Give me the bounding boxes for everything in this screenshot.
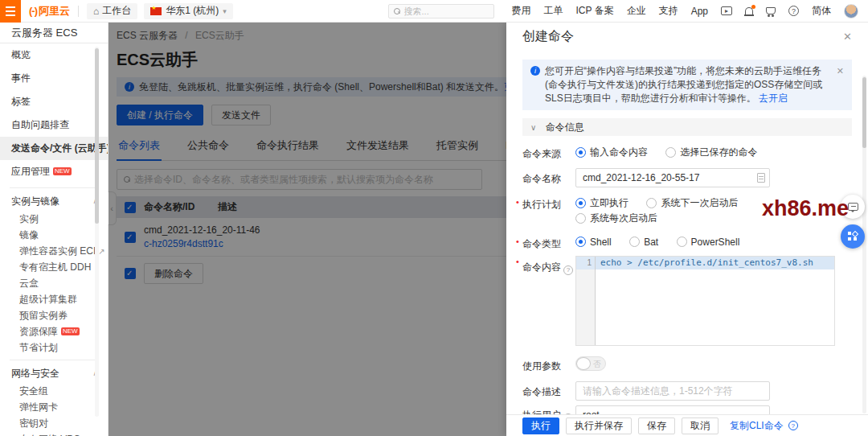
- help-icon[interactable]: ?: [563, 265, 573, 275]
- topbar-link-app[interactable]: App: [691, 6, 708, 17]
- sidebar-group-network[interactable]: 网络与安全 ∧: [0, 364, 108, 383]
- radio-type-powershell[interactable]: PowerShell: [677, 237, 740, 248]
- notification-badge: [751, 5, 755, 9]
- drawer-title: 创建命令: [522, 28, 574, 45]
- save-button[interactable]: 保存: [638, 417, 675, 434]
- command-name-input[interactable]: [575, 168, 770, 187]
- radio-icon: [575, 147, 586, 158]
- label-command-desc: 命令描述: [522, 384, 575, 399]
- label-schedule: 执行计划: [522, 196, 575, 227]
- sidebar-item-eci[interactable]: 弹性容器实例 ECI↗: [0, 243, 108, 259]
- cart-icon[interactable]: [766, 7, 776, 14]
- topbar-link-support[interactable]: 支持: [659, 4, 678, 18]
- sidebar-item-ri[interactable]: 预留实例券: [0, 307, 108, 323]
- sidebar-divider: [10, 360, 98, 360]
- editor-code-line[interactable]: echo > /etc/profile.d/init_centos7_v8.sh: [596, 257, 834, 269]
- run-button[interactable]: 执行: [522, 417, 559, 434]
- sidebar-item-send-command[interactable]: 发送命令/文件 (云助手): [0, 137, 108, 160]
- input-edit-icon[interactable]: [757, 173, 765, 183]
- aliyun-logo-text: 阿里云: [39, 4, 70, 19]
- sidebar-item-troubleshoot[interactable]: 自助问题排查: [0, 113, 108, 137]
- external-link-icon: ↗: [98, 247, 104, 256]
- sidebar-item-cloudbox[interactable]: 云盒: [0, 275, 108, 291]
- watermark: xh86.me: [762, 196, 849, 221]
- sidebar-item-app-manage[interactable]: 应用管理NEW: [0, 160, 108, 183]
- hamburger-menu-icon[interactable]: [0, 0, 21, 23]
- radio-type-shell[interactable]: Shell: [575, 237, 612, 248]
- sidebar-item-security-group[interactable]: 安全组: [0, 383, 108, 399]
- sidebar-divider: [10, 187, 98, 188]
- radio-icon: [646, 198, 657, 208]
- sidebar-item-image[interactable]: 镜像: [0, 227, 108, 243]
- chat-bubble-icon: [848, 203, 858, 211]
- sidebar-item-overview[interactable]: 概览: [0, 43, 108, 67]
- global-search-input[interactable]: [404, 6, 485, 16]
- sidebar-item-instance[interactable]: 实例: [0, 211, 108, 227]
- radio-icon: [575, 198, 586, 208]
- notifications-bell-icon[interactable]: [745, 7, 753, 14]
- help-icon[interactable]: ?: [788, 6, 799, 16]
- radio-schedule-next-boot[interactable]: 系统下一次启动后: [646, 196, 738, 210]
- sidebar-item-vpc[interactable]: 专有网络 VPC↗: [0, 431, 108, 436]
- radio-icon: [629, 237, 640, 247]
- chevron-down-icon: ▾: [223, 7, 227, 15]
- sidebar-group-instance[interactable]: 实例与镜像 ∧: [0, 192, 108, 211]
- topbar-link-billing[interactable]: 费用: [512, 4, 531, 18]
- radio-source-input-content[interactable]: 输入命令内容: [575, 146, 648, 159]
- workbench-button[interactable]: ⌂ 工作台: [87, 3, 137, 19]
- topbar-link-tickets[interactable]: 工单: [544, 4, 563, 18]
- use-params-toggle[interactable]: 否: [575, 356, 606, 371]
- chevron-down-icon: ∨: [530, 123, 536, 132]
- sidebar-title: 云服务器 ECS: [0, 23, 108, 43]
- aliyun-logo[interactable]: (-) 阿里云: [29, 4, 70, 19]
- sidebar-item-keypair[interactable]: 密钥对: [0, 415, 108, 431]
- radio-type-bat[interactable]: Bat: [629, 237, 658, 248]
- enable-delivery-link[interactable]: 去开启: [759, 93, 788, 104]
- workbench-label: 工作台: [102, 4, 131, 18]
- create-command-drawer: 创建命令 ✕ i 您可开启“操作内容与结果投递”功能，将您未来的云助手运维任务(…: [506, 23, 868, 436]
- label-command-name: 命令名称: [522, 171, 575, 186]
- run-and-save-button[interactable]: 执行并保存: [566, 417, 632, 434]
- sidebar-item-resource-assurance[interactable]: 资源保障NEW: [0, 323, 108, 339]
- label-command-content: 命令内容?: [522, 256, 575, 346]
- sidebar-item-events[interactable]: 事件: [0, 67, 108, 90]
- topbar: (-) 阿里云 ⌂ 工作台 ★ 华东1 (杭州) ▾ 费用 工单 ICP 备案 …: [0, 0, 868, 23]
- radio-icon: [665, 147, 676, 158]
- quick-tools-button[interactable]: [841, 224, 865, 249]
- notice-close-icon[interactable]: ✕: [837, 64, 844, 105]
- region-selector[interactable]: ★ 华东1 (杭州) ▾: [144, 3, 233, 19]
- cancel-button[interactable]: 取消: [682, 417, 719, 434]
- topbar-link-enterprise[interactable]: 企业: [627, 4, 646, 18]
- copy-cli-link[interactable]: 复制CLI命令 ?: [730, 419, 798, 433]
- home-icon: ⌂: [93, 6, 99, 17]
- sidebar-item-scc[interactable]: 超级计算集群: [0, 291, 108, 307]
- language-switcher[interactable]: 简体: [812, 4, 831, 18]
- sidebar-item-tags[interactable]: 标签: [0, 90, 108, 113]
- sidebar-item-ddh[interactable]: 专有宿主机 DDH: [0, 259, 108, 275]
- radio-schedule-every-boot[interactable]: 系统每次启动后: [575, 212, 657, 225]
- user-avatar[interactable]: [844, 4, 858, 19]
- command-content-editor[interactable]: 1 echo > /etc/profile.d/init_centos7_v8.…: [575, 256, 835, 346]
- radio-schedule-immediate[interactable]: 立即执行: [575, 196, 628, 210]
- close-icon[interactable]: ✕: [843, 31, 852, 43]
- topbar-divider: [78, 6, 79, 17]
- section-command-info[interactable]: ∨ 命令信息: [522, 118, 852, 136]
- command-desc-input[interactable]: [575, 381, 770, 401]
- radio-source-saved-command[interactable]: 选择已保存的命令: [665, 146, 757, 159]
- sidebar-scrollbar-thumb[interactable]: [95, 48, 99, 224]
- drawer-footer: 执行 执行并保存 保存 取消 复制CLI命令 ?: [506, 414, 868, 436]
- sidebar-item-eni[interactable]: 弹性网卡: [0, 399, 108, 415]
- label-command-source: 命令来源: [522, 146, 575, 161]
- global-search[interactable]: [388, 4, 494, 19]
- delivery-notice-banner: i 您可开启“操作内容与结果投递”功能，将您未来的云助手运维任务(命令执行与文件…: [522, 60, 852, 110]
- sidebar-item-savings-plan[interactable]: 节省计划: [0, 339, 108, 356]
- drawer-scrollbar-thumb[interactable]: [862, 77, 866, 148]
- region-label: 华东1 (杭州): [166, 4, 219, 18]
- new-badge: NEW: [61, 327, 80, 335]
- label-use-params: 使用参数: [522, 358, 575, 373]
- radio-icon: [677, 237, 687, 247]
- radio-icon: [575, 237, 586, 247]
- topbar-link-icp[interactable]: ICP 备案: [576, 4, 614, 18]
- sidebar: 云服务器 ECS 概览 事件 标签 自助问题排查 发送命令/文件 (云助手) 应…: [0, 23, 108, 436]
- console-video-icon[interactable]: ▸: [721, 6, 732, 15]
